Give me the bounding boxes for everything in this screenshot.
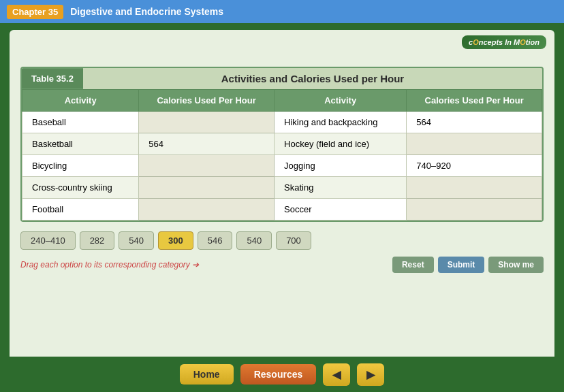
calories1-cell[interactable] [139,177,275,199]
reset-button[interactable]: Reset [392,257,434,273]
calories2-cell[interactable] [407,199,542,220]
back-arrow-button[interactable]: ◀ [323,363,350,386]
calories1-cell[interactable] [139,155,275,177]
table-title-row: Table 35.2 Activities and Calories Used … [22,68,542,89]
instruction-text: Drag each option to its corresponding ca… [20,260,199,270]
calories1-cell[interactable] [139,112,275,133]
main-content: cOncepts In MOtion Table 35.2 Activities… [10,30,554,363]
drag-option[interactable]: 700 [276,231,311,250]
calories1-cell[interactable] [139,199,275,220]
footer-nav: Home Resources ◀ ▶ [0,357,564,392]
activity1-cell: Basketball [22,133,139,155]
activity2-cell: Hockey (field and ice) [275,133,407,155]
drag-option[interactable]: 300 [158,231,193,250]
chapter-badge: Chapter 35 [7,5,63,19]
show-me-button[interactable]: Show me [488,257,544,273]
instruction-row: Drag each option to its corresponding ca… [20,257,544,273]
drag-option[interactable]: 540 [119,231,154,250]
calories2-cell[interactable] [407,177,542,199]
calories2-cell: 564 [407,112,542,133]
activity2-cell: Soccer [275,199,407,220]
table-row: FootballSoccer [22,199,542,220]
activity1-cell: Cross-country skiing [22,177,139,199]
concepts-logo: cOncepts In MOtion [462,35,546,49]
drag-options-container: 240–410282540300546540700 [20,231,544,250]
calories2-cell: 740–920 [407,155,542,177]
table-row: BaseballHiking and backpacking564 [22,112,542,133]
submit-button[interactable]: Submit [438,257,485,273]
activity2-cell: Jogging [275,155,407,177]
col-header-activity1: Activity [22,90,139,112]
table-label: Table 35.2 [22,69,83,88]
table-row: Cross-country skiingSkating [22,177,542,199]
table-row: Basketball564Hockey (field and ice) [22,133,542,155]
data-table: Activity Calories Used Per Hour Activity… [22,89,542,220]
drag-option[interactable]: 282 [80,231,115,250]
col-header-activity2: Activity [275,90,407,112]
drag-option[interactable]: 546 [198,231,233,250]
col-header-calories2: Calories Used Per Hour [407,90,542,112]
drag-option[interactable]: 240–410 [20,231,76,250]
drag-option[interactable]: 540 [236,231,272,250]
activity2-cell: Hiking and backpacking [275,112,407,133]
table-row: BicyclingJogging740–920 [22,155,542,177]
col-header-calories1: Calories Used Per Hour [139,90,275,112]
table-wrapper: Table 35.2 Activities and Calories Used … [20,67,544,222]
resources-button[interactable]: Resources [240,364,317,385]
calories1-cell: 564 [139,133,275,155]
table-main-title: Activities and Calories Used per Hour [83,68,542,89]
header-bar: Chapter 35 Digestive and Endocrine Syste… [0,0,564,23]
activity1-cell: Football [22,199,139,220]
action-buttons: Reset Submit Show me [392,257,544,273]
forward-arrow-button[interactable]: ▶ [357,363,384,386]
calories2-cell[interactable] [407,133,542,155]
activity1-cell: Bicycling [22,155,139,177]
activity1-cell: Baseball [22,112,139,133]
header-title: Digestive and Endocrine Systems [70,6,223,17]
activity2-cell: Skating [275,177,407,199]
home-button[interactable]: Home [180,364,234,385]
